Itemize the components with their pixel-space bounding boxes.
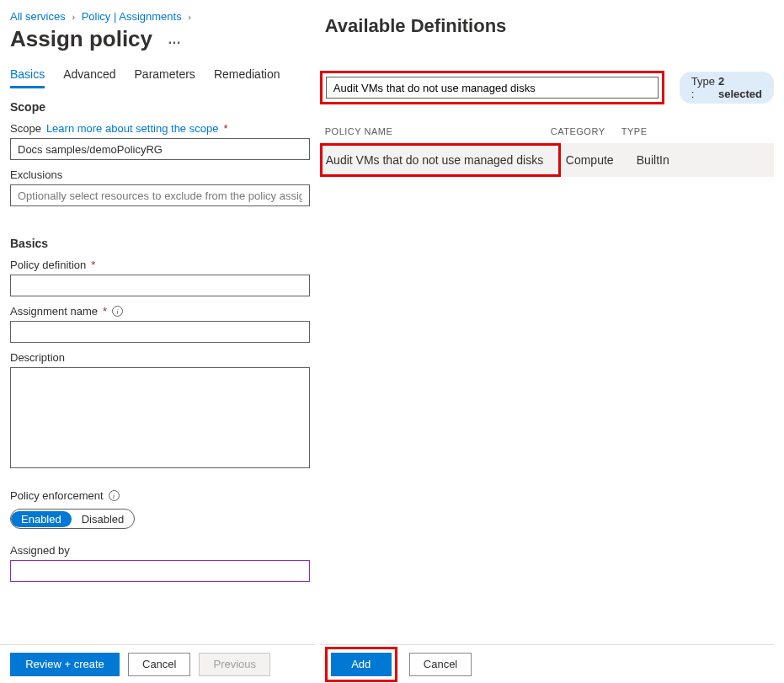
definition-name-highlight: Audit VMs that do not use managed disks: [320, 143, 561, 177]
tab-advanced[interactable]: Advanced: [63, 67, 115, 88]
review-create-button[interactable]: Review + create: [10, 653, 120, 676]
chevron-right-icon: ›: [72, 12, 75, 22]
info-icon[interactable]: i: [112, 306, 123, 317]
policy-enforcement-toggle[interactable]: Enabled Disabled: [10, 509, 135, 529]
more-actions-button[interactable]: …: [168, 32, 183, 47]
column-category: Category: [551, 126, 621, 136]
exclusions-input[interactable]: [10, 184, 310, 206]
policy-definition-input[interactable]: [10, 275, 310, 296]
breadcrumb-policy-assignments[interactable]: Policy | Assignments: [82, 10, 182, 23]
left-footer: Review + create Cancel Previous: [0, 644, 315, 683]
panel-title: Available Definitions: [325, 15, 774, 37]
chevron-right-icon: ›: [188, 12, 191, 22]
column-type: Type: [621, 126, 689, 136]
type-filter-pill[interactable]: Type : 2 selected: [680, 72, 774, 104]
assigned-by-label: Assigned by: [10, 544, 70, 557]
learn-more-scope-link[interactable]: Learn more about setting the scope: [46, 122, 219, 135]
exclusions-label: Exclusions: [10, 168, 62, 181]
column-policy-name: Policy name: [325, 126, 551, 136]
tab-basics[interactable]: Basics: [10, 67, 45, 88]
toggle-enabled[interactable]: Enabled: [11, 511, 72, 527]
type-filter-label: Type :: [691, 75, 715, 100]
basics-section-header: Basics: [10, 237, 310, 250]
assignment-name-input[interactable]: [10, 321, 310, 343]
definition-list-header: Policy name Category Type: [320, 126, 774, 143]
assigned-by-input[interactable]: [10, 560, 310, 582]
description-label: Description: [10, 351, 65, 364]
description-input[interactable]: [10, 367, 310, 468]
page-title: Assign policy …: [10, 26, 310, 52]
required-indicator: *: [223, 122, 227, 135]
scope-label: Scope: [10, 122, 41, 135]
required-indicator: *: [103, 305, 107, 317]
definition-type-cell: BuiltIn: [637, 153, 704, 167]
info-icon[interactable]: i: [109, 490, 120, 501]
definition-search-input[interactable]: [326, 77, 659, 99]
tab-row: Basics Advanced Parameters Remediation: [10, 67, 310, 88]
definition-row[interactable]: Audit VMs that do not use managed disks …: [320, 143, 774, 177]
definition-category-cell: Compute: [566, 153, 637, 167]
cancel-button[interactable]: Cancel: [128, 653, 190, 676]
scope-input[interactable]: [10, 138, 310, 160]
definition-name-cell: Audit VMs that do not use managed disks: [326, 153, 543, 167]
required-indicator: *: [91, 259, 95, 271]
policy-definition-label: Policy definition: [10, 259, 86, 271]
breadcrumb-all-services[interactable]: All services: [10, 10, 66, 23]
add-button[interactable]: Add: [331, 653, 392, 676]
policy-enforcement-label: Policy enforcement: [10, 489, 104, 502]
type-filter-count: 2 selected: [718, 75, 762, 100]
breadcrumb: All services › Policy | Assignments ›: [10, 10, 310, 23]
panel-footer: Add Cancel: [320, 644, 774, 683]
tab-parameters[interactable]: Parameters: [135, 67, 195, 88]
scope-section-header: Scope: [10, 100, 310, 114]
add-button-highlight: Add: [325, 647, 397, 682]
assignment-name-label: Assignment name: [10, 305, 98, 317]
panel-cancel-button[interactable]: Cancel: [409, 653, 472, 676]
previous-button: Previous: [199, 653, 270, 676]
tab-remediation[interactable]: Remediation: [214, 67, 280, 88]
toggle-disabled[interactable]: Disabled: [72, 511, 135, 527]
search-highlight: [320, 71, 664, 104]
